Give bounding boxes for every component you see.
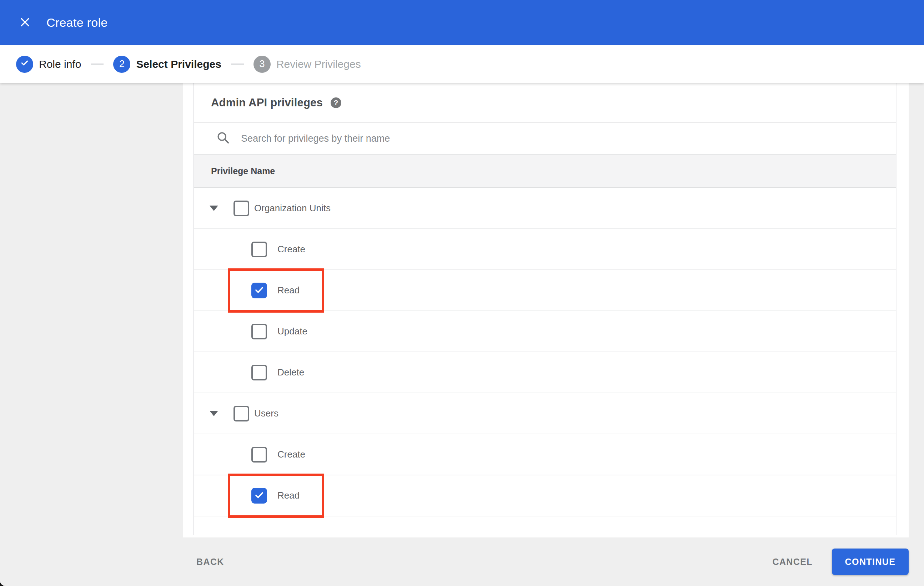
group-checkbox-users[interactable] (234, 406, 249, 421)
step-review-privileges[interactable]: 3 Review Privileges (254, 56, 361, 73)
privilege-row: Delete (194, 352, 896, 393)
checkbox-org-units-delete[interactable] (251, 365, 267, 380)
privilege-label: Organization Units (254, 203, 331, 214)
privilege-label: Create (277, 244, 305, 255)
page-background: Admin API privileges ? Privilege Name (0, 83, 924, 586)
create-role-dialog: Create role Role info 2 Select Privilege… (0, 0, 924, 586)
privilege-label: Create (277, 449, 305, 460)
back-button[interactable]: BACK (196, 557, 224, 567)
privilege-row: Create (194, 229, 896, 270)
privilege-label: Read (277, 490, 300, 501)
panel-heading-row: Admin API privileges ? (194, 83, 896, 123)
column-header-privilege-name: Privilege Name (211, 166, 275, 176)
privilege-row: Create (194, 435, 896, 476)
step-number-badge: 2 (113, 56, 130, 73)
checkmark-icon (254, 284, 265, 297)
privilege-row: Update (194, 311, 896, 352)
collapse-triangle-icon[interactable] (210, 411, 218, 416)
step-label: Review Privileges (276, 58, 361, 70)
footer-bar: BACK CANCEL CONTINUE (0, 537, 924, 586)
annotation-highlight-box (228, 474, 324, 518)
privileges-card: Admin API privileges ? Privilege Name (183, 83, 909, 537)
checkbox-org-units-update[interactable] (251, 324, 267, 339)
search-row (194, 123, 896, 154)
step-label: Role info (39, 58, 81, 70)
checkmark-icon (20, 58, 29, 70)
cancel-button[interactable]: CANCEL (772, 557, 813, 567)
search-icon (216, 131, 230, 146)
search-input[interactable] (241, 133, 741, 144)
privilege-label: Users (254, 408, 279, 419)
help-icon[interactable]: ? (331, 97, 342, 108)
checkbox-org-units-read[interactable] (251, 283, 267, 298)
checkbox-users-read[interactable] (251, 488, 267, 504)
checkbox-org-units-create[interactable] (251, 242, 267, 257)
annotation-highlight-box (228, 268, 324, 313)
step-connector (91, 64, 104, 64)
app-bar: Create role (0, 0, 924, 45)
close-icon (19, 16, 31, 29)
step-connector (231, 64, 244, 64)
group-checkbox-organization-units[interactable] (234, 201, 249, 216)
privilege-row-cutoff (194, 517, 896, 535)
dialog-title: Create role (46, 16, 108, 30)
checkbox-users-create[interactable] (251, 447, 267, 463)
step-complete-icon (16, 56, 33, 73)
collapse-triangle-icon[interactable] (210, 206, 218, 211)
privilege-row: Read (194, 476, 896, 517)
table-header: Privilege Name (194, 154, 896, 188)
privilege-label: Update (277, 326, 307, 337)
privilege-group-row: Organization Units (194, 188, 896, 229)
step-label: Select Privileges (136, 58, 221, 70)
privilege-label: Read (277, 285, 300, 296)
step-select-privileges[interactable]: 2 Select Privileges (113, 56, 221, 73)
step-number-badge: 3 (254, 56, 271, 73)
close-button[interactable] (16, 13, 34, 32)
panel-heading: Admin API privileges (211, 96, 323, 109)
privileges-table: Admin API privileges ? Privilege Name (193, 83, 896, 535)
checkmark-icon (254, 489, 265, 502)
privilege-group-row: Users (194, 393, 896, 435)
privilege-row: Read (194, 270, 896, 311)
continue-button[interactable]: CONTINUE (832, 548, 909, 575)
wizard-stepper: Role info 2 Select Privileges 3 Review P… (0, 45, 924, 83)
privilege-label: Delete (277, 367, 304, 378)
step-role-info[interactable]: Role info (16, 56, 81, 73)
